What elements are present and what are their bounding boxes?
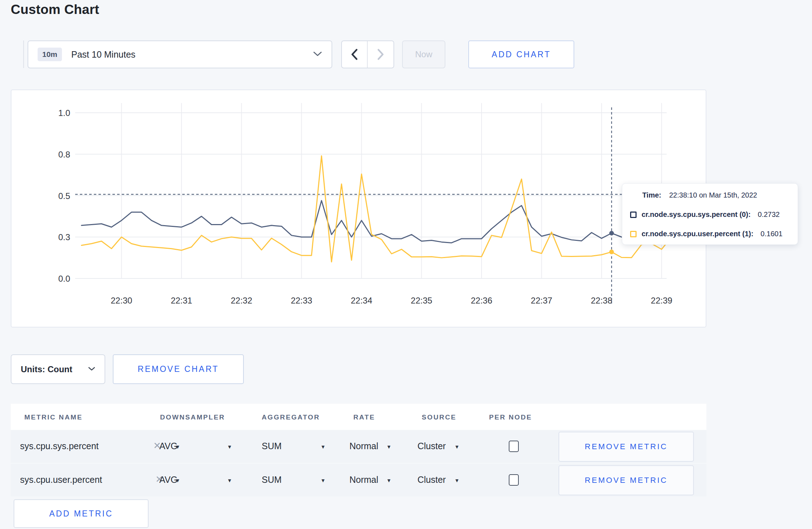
metric-name-select[interactable]: sys.cpu.user.percent: [20, 475, 102, 485]
units-dropdown[interactable]: Units: Count: [11, 354, 105, 384]
time-range-label: Past 10 Minutes: [71, 49, 135, 60]
time-range-badge: 10m: [38, 48, 62, 61]
rate-caret-icon[interactable]: ▾: [387, 477, 391, 484]
next-time-button[interactable]: [368, 41, 393, 68]
source-caret-icon[interactable]: ▾: [455, 443, 459, 451]
rate-select[interactable]: Normal: [349, 475, 378, 485]
prev-time-button[interactable]: [342, 41, 368, 68]
col-header-downsampler: DOWNSAMPLER: [160, 413, 225, 421]
toolbar-divider: [23, 40, 24, 68]
col-header-metric-name: METRIC NAME: [24, 413, 83, 421]
source-select[interactable]: Cluster: [417, 475, 446, 485]
add-chart-button[interactable]: ADD CHART: [468, 40, 574, 68]
tooltip-time-row: Time: 22:38:10 on Mar 15th, 2022: [630, 191, 789, 199]
metric-name-select[interactable]: sys.cpu.sys.percent: [20, 441, 99, 451]
tooltip-series-row: cr.node.sys.cpu.sys.percent (0): 0.2732: [630, 210, 789, 219]
chevron-down-icon: [88, 366, 95, 373]
col-header-per-node: PER NODE: [489, 413, 532, 421]
source-select[interactable]: Cluster: [417, 441, 446, 451]
downsampler-caret-icon[interactable]: ▾: [228, 443, 231, 451]
chevron-left-icon: [351, 49, 358, 60]
custom-chart-page: Custom Chart 10m Past 10 Minutes Now ADD…: [0, 0, 812, 529]
tooltip-series-name: cr.node.sys.cpu.user.percent (1):: [642, 230, 753, 238]
rate-caret-icon[interactable]: ▾: [387, 443, 391, 451]
downsampler-caret-icon[interactable]: ▾: [228, 477, 231, 484]
aggregator-select[interactable]: SUM: [262, 441, 282, 451]
user-series-swatch-icon: [630, 231, 637, 237]
rate-select[interactable]: Normal: [349, 441, 378, 451]
remove-chart-button[interactable]: REMOVE CHART: [113, 354, 244, 384]
sys-series-swatch-icon: [630, 212, 637, 218]
per-node-checkbox[interactable]: [509, 441, 519, 452]
col-header-aggregator: AGGREGATOR: [262, 413, 320, 421]
aggregator-caret-icon[interactable]: ▾: [322, 477, 325, 484]
remove-metric-button[interactable]: REMOVE METRIC: [559, 432, 694, 462]
aggregator-caret-icon[interactable]: ▾: [322, 443, 325, 451]
col-header-source: SOURCE: [422, 413, 456, 421]
downsampler-select[interactable]: AVG: [159, 475, 178, 485]
downsampler-select[interactable]: AVG: [159, 441, 178, 451]
aggregator-select[interactable]: SUM: [262, 475, 282, 485]
tooltip-series-value: 0.1601: [760, 230, 782, 238]
tooltip-series-value: 0.2732: [758, 210, 780, 219]
source-caret-icon[interactable]: ▾: [455, 477, 459, 484]
units-label: Units: Count: [21, 364, 72, 374]
add-metric-button[interactable]: ADD METRIC: [14, 499, 149, 528]
chart-hover-tooltip: Time: 22:38:10 on Mar 15th, 2022 cr.node…: [622, 183, 798, 245]
page-title: Custom Chart: [11, 2, 99, 17]
tooltip-series-name: cr.node.sys.cpu.sys.percent (0):: [642, 210, 751, 219]
col-header-rate: RATE: [353, 413, 375, 421]
chevron-down-icon: [313, 50, 322, 58]
now-button[interactable]: Now: [402, 40, 445, 68]
remove-metric-button[interactable]: REMOVE METRIC: [559, 465, 694, 495]
time-nav-group: [341, 40, 394, 68]
per-node-checkbox[interactable]: [509, 474, 519, 486]
time-range-dropdown[interactable]: 10m Past 10 Minutes: [28, 40, 332, 68]
tooltip-time-label: Time:: [642, 191, 661, 199]
chevron-right-icon: [377, 49, 385, 60]
tooltip-series-row: cr.node.sys.cpu.user.percent (1): 0.1601: [630, 230, 789, 238]
chart-card: [11, 89, 706, 327]
tooltip-time-value: 22:38:10 on Mar 15th, 2022: [669, 191, 757, 199]
